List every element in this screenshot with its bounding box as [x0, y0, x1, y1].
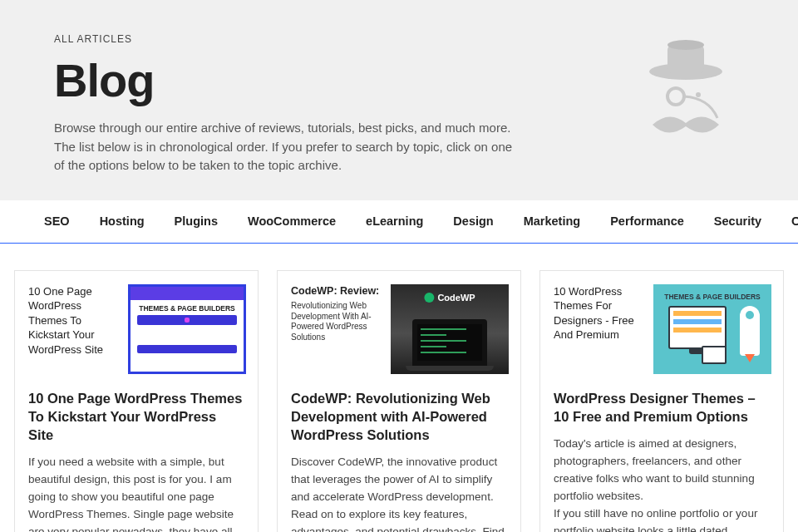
thumb-tag: THEMES & PAGE BUILDERS — [664, 293, 761, 301]
svg-point-3 — [667, 88, 684, 105]
monitor-icon — [668, 306, 727, 349]
article-title: 10 One Page WordPress Themes To Kickstar… — [28, 389, 244, 445]
nav-item-security[interactable]: Security — [699, 214, 776, 228]
hero-description: Browse through our entire archive of rev… — [54, 119, 520, 175]
article-card[interactable]: 10 WordPress Themes For Designers - Free… — [539, 270, 784, 533]
article-excerpt: If you need a website with a simple, but… — [28, 454, 244, 532]
nav-item-seo[interactable]: SEO — [29, 214, 85, 228]
nav-item-woocommerce[interactable]: WooCommerce — [233, 214, 351, 228]
nav-item-marketing[interactable]: Marketing — [509, 214, 596, 228]
thumb-caption: 10 WordPress Themes For Designers - Free… — [554, 284, 645, 374]
thumb-subheadline: Revolutionizing Web Development With AI-… — [291, 301, 382, 342]
svg-point-2 — [667, 40, 704, 50]
thumb-caption: 10 One Page WordPress Themes To Kickstar… — [28, 284, 120, 374]
article-card[interactable]: CodeWP: Review: Revolutionizing Web Deve… — [277, 270, 521, 533]
rocket-icon — [740, 306, 760, 356]
svg-point-4 — [696, 92, 701, 97]
article-excerpt: Today's article is aimed at designers, p… — [554, 436, 770, 532]
nav-item-performance[interactable]: Performance — [595, 214, 699, 228]
article-thumbnail: THEMES & PAGE BUILDERS — [653, 284, 771, 374]
hero-section: ALL ARTICLES Blog Browse through our ent… — [0, 0, 798, 200]
article-title: WordPress Designer Themes – 10 Free and … — [554, 389, 770, 426]
article-excerpt: Discover CodeWP, the innovative product … — [291, 454, 507, 532]
nav-item-design[interactable]: Design — [438, 214, 508, 228]
thumb-caption: CodeWP: Review: Revolutionizing Web Deve… — [291, 284, 382, 374]
nav-item-opinion[interactable]: Opinion — [776, 214, 798, 228]
codewp-logo: CodeWP — [424, 293, 475, 303]
nav-item-hosting[interactable]: Hosting — [85, 214, 160, 228]
article-grid: 10 One Page WordPress Themes To Kickstar… — [0, 244, 798, 533]
nav-item-plugins[interactable]: Plugins — [160, 214, 233, 228]
tablet-icon — [702, 346, 727, 364]
nav-item-elearning[interactable]: eLearning — [351, 214, 438, 228]
article-thumbnail: THEMES & PAGE BUILDERS — [128, 284, 246, 374]
thumb-headline: CodeWP: Review: — [291, 284, 382, 298]
laptop-icon — [412, 319, 487, 366]
article-title: CodeWP: Revolutionizing Web Development … — [291, 389, 507, 445]
mascot-icon — [628, 33, 744, 150]
category-nav: SEO Hosting Plugins WooCommerce eLearnin… — [0, 200, 798, 244]
article-card[interactable]: 10 One Page WordPress Themes To Kickstar… — [14, 270, 259, 533]
article-thumbnail: CodeWP — [391, 284, 509, 374]
thumb-tag: THEMES & PAGE BUILDERS — [134, 302, 240, 315]
